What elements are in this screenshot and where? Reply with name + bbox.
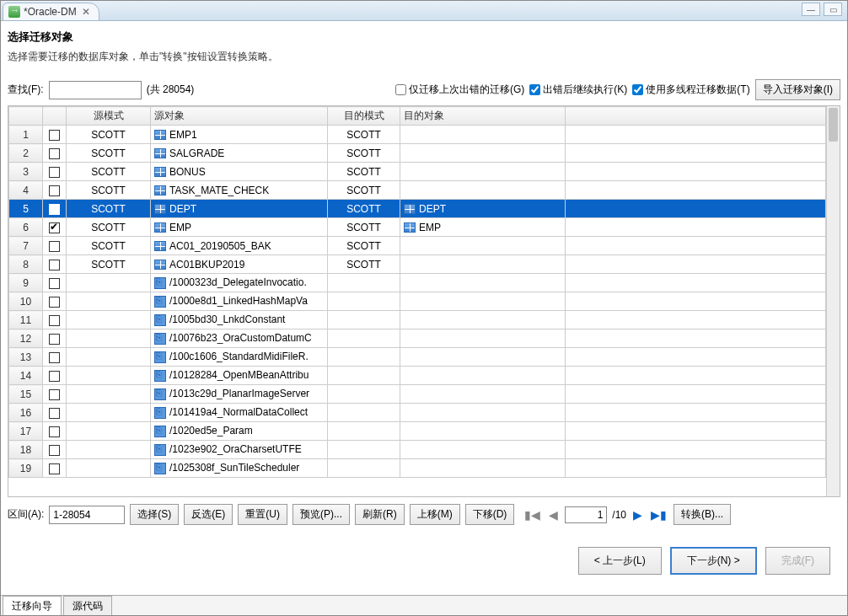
- reset-button[interactable]: 重置(U): [238, 504, 287, 525]
- next-button[interactable]: 下一步(N) >: [670, 547, 757, 575]
- table-icon: [154, 148, 166, 158]
- preview-button[interactable]: 预览(P)...: [293, 504, 350, 525]
- table-row[interactable]: 18/1023e902_OraCharsetUTFE: [9, 441, 826, 459]
- convert-button[interactable]: 转换(B)...: [674, 504, 731, 525]
- row-checkbox[interactable]: [49, 334, 60, 345]
- table-icon: [404, 204, 416, 214]
- table-row[interactable]: 12/10076b23_OraCustomDatumC: [9, 329, 826, 348]
- row-checkbox[interactable]: [49, 426, 60, 437]
- minimize-button[interactable]: ―: [802, 3, 820, 16]
- tgt-object-cell: [400, 311, 566, 329]
- scrollbar-thumb[interactable]: [829, 108, 838, 142]
- src-object-cell: /10128284_OpenMBeanAttribu: [151, 367, 328, 385]
- row-checkbox[interactable]: [49, 463, 60, 474]
- count-text: (共 28054): [147, 83, 195, 97]
- table-row[interactable]: 14/10128284_OpenMBeanAttribu: [9, 367, 826, 385]
- row-checkbox[interactable]: [49, 185, 60, 196]
- row-checkbox[interactable]: [49, 445, 60, 456]
- row-checkbox[interactable]: [49, 148, 60, 159]
- tab-wizard[interactable]: 迁移向导: [3, 596, 62, 616]
- vertical-scrollbar[interactable]: [826, 106, 840, 496]
- tgt-schema-cell: [328, 441, 400, 459]
- row-checkbox[interactable]: [49, 241, 60, 252]
- table-row[interactable]: 5SCOTTDEPTSCOTTDEPT: [9, 200, 826, 218]
- movedown-button[interactable]: 下移(D): [465, 504, 515, 525]
- pager-next-icon[interactable]: ▶: [631, 508, 644, 522]
- col-extra[interactable]: [566, 107, 826, 126]
- deselect-button[interactable]: 反选(E): [184, 504, 233, 525]
- continue-on-error-checkbox[interactable]: 出错后继续执行(K): [529, 83, 627, 97]
- table-row[interactable]: 15/1013c29d_PlanarImageServer: [9, 385, 826, 404]
- pager-prev-icon[interactable]: ◀: [547, 508, 560, 522]
- pager-last-icon[interactable]: ▶▮: [649, 508, 668, 522]
- src-object-cell: /1020ed5e_Param: [151, 422, 328, 441]
- table-row[interactable]: 16/101419a4_NormalDataCollect: [9, 404, 826, 422]
- col-checkbox[interactable]: [43, 107, 67, 126]
- maximize-button[interactable]: ▭: [824, 3, 842, 16]
- table-row[interactable]: 4SCOTTTASK_MATE_CHECKSCOTT: [9, 181, 826, 200]
- find-input[interactable]: [49, 81, 142, 99]
- col-tgt-object[interactable]: 目的对象: [400, 107, 566, 126]
- table-row[interactable]: 9/1000323d_DelegateInvocatio.: [9, 274, 826, 292]
- col-rownum[interactable]: [9, 107, 43, 126]
- row-number: 17: [9, 422, 43, 441]
- tgt-schema-cell: SCOTT: [328, 126, 400, 144]
- table-row[interactable]: 8SCOTTAC01BKUP2019SCOTT: [9, 255, 826, 274]
- src-schema-cell: [67, 274, 151, 292]
- src-object-cell: EMP: [151, 218, 328, 237]
- multithread-checkbox[interactable]: 使用多线程迁移数据(T): [632, 83, 749, 97]
- moveup-button[interactable]: 上移(M): [410, 504, 460, 525]
- table-row[interactable]: 11/1005bd30_LnkdConstant: [9, 311, 826, 329]
- find-label: 查找(F):: [8, 83, 44, 97]
- pager-first-icon[interactable]: ▮◀: [523, 508, 542, 522]
- tab-sourcecode[interactable]: 源代码: [63, 596, 112, 616]
- src-object-cell: /1025308f_SunTileScheduler: [151, 459, 328, 478]
- tgt-schema-cell: [328, 385, 400, 404]
- row-checkbox[interactable]: [49, 371, 60, 382]
- src-schema-cell: SCOTT: [67, 255, 151, 274]
- pager-page-input[interactable]: [565, 506, 607, 523]
- row-checkbox[interactable]: [49, 408, 60, 419]
- table-row[interactable]: 2SCOTTSALGRADESCOTT: [9, 144, 826, 163]
- row-checkbox[interactable]: [49, 260, 60, 271]
- refresh-button[interactable]: 刷新(R): [355, 504, 405, 525]
- row-checkbox[interactable]: [49, 389, 60, 400]
- table-row[interactable]: 7SCOTTAC01_20190505_BAKSCOTT: [9, 237, 826, 255]
- row-checkbox[interactable]: [49, 204, 60, 215]
- src-schema-cell: [67, 367, 151, 385]
- row-checkbox[interactable]: [49, 352, 60, 363]
- table-row[interactable]: 17/1020ed5e_Param: [9, 422, 826, 441]
- row-checkbox[interactable]: [49, 315, 60, 326]
- src-schema-cell: [67, 404, 151, 422]
- table-row[interactable]: 13/100c1606_StandardMidiFileR.: [9, 348, 826, 367]
- row-checkbox[interactable]: [49, 167, 60, 178]
- table-row[interactable]: 3SCOTTBONUSSCOTT: [9, 163, 826, 181]
- col-tgt-schema[interactable]: 目的模式: [328, 107, 400, 126]
- only-error-checkbox[interactable]: 仅迁移上次出错的迁移(G): [395, 83, 524, 97]
- table-row[interactable]: 6SCOTTEMPSCOTTEMP: [9, 218, 826, 237]
- row-number: 4: [9, 181, 43, 200]
- row-number: 11: [9, 311, 43, 329]
- tab-close-icon[interactable]: ✕: [82, 6, 90, 18]
- back-button[interactable]: < 上一步(L): [578, 547, 662, 575]
- tgt-object-cell: [400, 292, 566, 311]
- tgt-schema-cell: [328, 459, 400, 478]
- table-row[interactable]: 10/1000e8d1_LinkedHashMapVa: [9, 292, 826, 311]
- row-checkbox[interactable]: [49, 297, 60, 308]
- col-src-object[interactable]: 源对象: [151, 107, 328, 126]
- tgt-schema-cell: [328, 292, 400, 311]
- row-checkbox[interactable]: [49, 278, 60, 289]
- page-description: 选择需要迁移的数据库对象，单击"转换"按钮设置转换策略。: [8, 50, 840, 64]
- row-checkbox[interactable]: [49, 130, 60, 141]
- title-tab[interactable]: *Oracle-DM ✕: [3, 3, 99, 21]
- range-input[interactable]: [49, 506, 125, 524]
- src-schema-cell: [67, 329, 151, 348]
- select-button[interactable]: 选择(S): [130, 504, 179, 525]
- tgt-object-cell: [400, 348, 566, 367]
- import-objects-button[interactable]: 导入迁移对象(I): [755, 79, 840, 100]
- objects-grid[interactable]: 源模式 源对象 目的模式 目的对象 1SCOTTEMP1SCOTT2SCOTTS…: [8, 106, 826, 496]
- col-src-schema[interactable]: 源模式: [67, 107, 151, 126]
- table-row[interactable]: 1SCOTTEMP1SCOTT: [9, 126, 826, 144]
- table-row[interactable]: 19/1025308f_SunTileScheduler: [9, 459, 826, 478]
- row-checkbox[interactable]: [49, 222, 60, 233]
